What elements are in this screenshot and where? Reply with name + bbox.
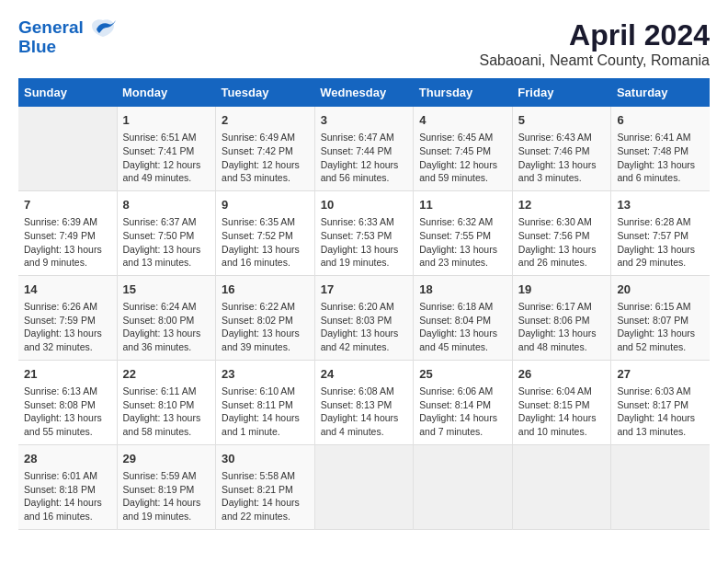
day-info-line: Sunrise: 6:20 AM	[321, 300, 408, 314]
day-info-line: Daylight: 13 hours	[222, 327, 309, 340]
day-info-line: and 32 minutes.	[24, 340, 111, 354]
day-number: 25	[419, 366, 506, 383]
day-number: 10	[321, 197, 408, 213]
day-number: 23	[222, 366, 309, 383]
day-number: 6	[617, 112, 704, 129]
day-info-line: Daylight: 13 hours	[123, 411, 210, 425]
day-info-line: Sunset: 8:21 PM	[222, 483, 309, 497]
calendar-day-cell	[414, 444, 513, 529]
day-info-line: Sunrise: 6:43 AM	[518, 131, 606, 144]
day-info-line: and 22 minutes.	[222, 510, 309, 523]
day-number: 21	[24, 366, 111, 383]
day-info-line: Daylight: 13 hours	[518, 158, 606, 172]
day-info-line: Sunset: 8:13 PM	[321, 398, 408, 412]
day-info-line: Sunset: 7:59 PM	[24, 314, 111, 327]
day-info-line: Daylight: 13 hours	[419, 327, 506, 340]
day-info-line: Sunrise: 6:30 AM	[518, 215, 606, 229]
calendar-day-cell	[512, 444, 611, 529]
weekday-header: Monday	[117, 78, 216, 107]
day-info-line: and 19 minutes.	[123, 510, 210, 523]
calendar-day-cell: 20Sunrise: 6:15 AMSunset: 8:07 PMDayligh…	[611, 275, 710, 360]
logo-text: General	[18, 18, 116, 39]
day-info-line: Daylight: 13 hours	[123, 327, 210, 340]
day-info-line: Sunset: 8:19 PM	[123, 483, 210, 497]
day-info-line: Daylight: 13 hours	[617, 327, 704, 340]
day-info-line: and 39 minutes.	[222, 340, 309, 354]
calendar-week-row: 1Sunrise: 6:51 AMSunset: 7:41 PMDaylight…	[18, 107, 710, 190]
calendar-week-row: 21Sunrise: 6:13 AMSunset: 8:08 PMDayligh…	[18, 360, 710, 444]
calendar-day-cell: 9Sunrise: 6:35 AMSunset: 7:52 PMDaylight…	[216, 190, 315, 275]
day-info-line: Sunset: 8:15 PM	[518, 398, 606, 412]
day-info-line: Sunset: 7:53 PM	[321, 229, 408, 243]
day-info-line: and 52 minutes.	[617, 340, 704, 354]
day-info-line: Sunset: 8:10 PM	[123, 398, 210, 412]
calendar-day-cell: 30Sunrise: 5:58 AMSunset: 8:21 PMDayligh…	[216, 444, 315, 529]
day-info-line: Sunrise: 6:03 AM	[617, 385, 704, 398]
day-info-line: Sunset: 7:57 PM	[617, 229, 704, 243]
calendar-day-cell: 25Sunrise: 6:06 AMSunset: 8:14 PMDayligh…	[414, 360, 513, 444]
day-number: 9	[222, 197, 309, 213]
day-info-line: and 10 minutes.	[518, 425, 606, 439]
day-info-line: Sunrise: 6:37 AM	[123, 215, 210, 229]
calendar-title: April 2024	[479, 18, 710, 52]
day-info-line: Daylight: 14 hours	[518, 411, 606, 425]
day-info-line: and 59 minutes.	[419, 171, 506, 185]
calendar-day-cell: 7Sunrise: 6:39 AMSunset: 7:49 PMDaylight…	[18, 190, 117, 275]
calendar-day-cell: 1Sunrise: 6:51 AMSunset: 7:41 PMDaylight…	[117, 107, 216, 190]
day-info-line: Daylight: 13 hours	[518, 243, 606, 257]
day-info-line: Sunrise: 6:08 AM	[321, 385, 408, 398]
day-info-line: Sunset: 8:02 PM	[222, 314, 309, 327]
day-info-line: Sunrise: 5:59 AM	[123, 469, 210, 483]
calendar-day-cell: 18Sunrise: 6:18 AMSunset: 8:04 PMDayligh…	[414, 275, 513, 360]
day-info-line: Sunrise: 6:28 AM	[617, 215, 704, 229]
day-number: 15	[123, 282, 210, 298]
day-info-line: Sunrise: 6:06 AM	[419, 385, 506, 398]
day-info-line: Sunrise: 6:32 AM	[419, 215, 506, 229]
calendar-week-row: 7Sunrise: 6:39 AMSunset: 7:49 PMDaylight…	[18, 190, 710, 275]
calendar-day-cell	[18, 107, 117, 190]
calendar-day-cell: 26Sunrise: 6:04 AMSunset: 8:15 PMDayligh…	[512, 360, 611, 444]
day-info-line: Sunset: 8:04 PM	[419, 314, 506, 327]
day-number: 24	[321, 366, 408, 383]
day-info-line: Sunset: 8:00 PM	[123, 314, 210, 327]
day-number: 2	[222, 112, 309, 129]
day-info-line: Sunset: 8:18 PM	[24, 483, 111, 497]
day-number: 7	[24, 197, 111, 213]
day-info-line: and 23 minutes.	[419, 256, 506, 270]
calendar-day-cell: 16Sunrise: 6:22 AMSunset: 8:02 PMDayligh…	[216, 275, 315, 360]
calendar-day-cell: 29Sunrise: 5:59 AMSunset: 8:19 PMDayligh…	[117, 444, 216, 529]
day-number: 13	[617, 197, 704, 213]
day-info-line: Daylight: 14 hours	[419, 411, 506, 425]
day-number: 3	[321, 112, 408, 129]
day-number: 27	[617, 366, 704, 383]
day-info-line: Sunset: 8:07 PM	[617, 314, 704, 327]
day-info-line: and 48 minutes.	[518, 340, 606, 354]
day-info-line: Sunset: 7:56 PM	[518, 229, 606, 243]
day-info-line: Daylight: 12 hours	[123, 158, 210, 172]
calendar-day-cell: 2Sunrise: 6:49 AMSunset: 7:42 PMDaylight…	[216, 107, 315, 190]
calendar-day-cell: 27Sunrise: 6:03 AMSunset: 8:17 PMDayligh…	[611, 360, 710, 444]
day-info-line: Sunset: 7:48 PM	[617, 144, 704, 158]
day-info-line: Sunset: 8:17 PM	[617, 398, 704, 412]
day-info-line: Sunrise: 6:33 AM	[321, 215, 408, 229]
day-info-line: Sunset: 7:46 PM	[518, 144, 606, 158]
calendar-day-cell: 19Sunrise: 6:17 AMSunset: 8:06 PMDayligh…	[512, 275, 611, 360]
day-info-line: Daylight: 13 hours	[24, 327, 111, 340]
day-info-line: Sunrise: 6:15 AM	[617, 300, 704, 314]
day-info-line: Sunset: 7:42 PM	[222, 144, 309, 158]
day-info-line: and 49 minutes.	[123, 171, 210, 185]
day-info-line: Daylight: 13 hours	[518, 327, 606, 340]
weekday-header: Saturday	[611, 78, 710, 107]
day-number: 26	[518, 366, 606, 383]
day-info-line: and 13 minutes.	[617, 425, 704, 439]
day-info-line: and 58 minutes.	[123, 425, 210, 439]
day-number: 8	[123, 197, 210, 213]
day-info-line: Sunrise: 6:10 AM	[222, 385, 309, 398]
day-info-line: Sunrise: 6:47 AM	[321, 131, 408, 144]
day-info-line: and 42 minutes.	[321, 340, 408, 354]
day-info-line: Daylight: 14 hours	[123, 496, 210, 510]
day-info-line: Sunrise: 6:11 AM	[123, 385, 210, 398]
day-info-line: and 53 minutes.	[222, 171, 309, 185]
day-info-line: Sunrise: 6:22 AM	[222, 300, 309, 314]
day-info-line: Daylight: 13 hours	[222, 243, 309, 257]
